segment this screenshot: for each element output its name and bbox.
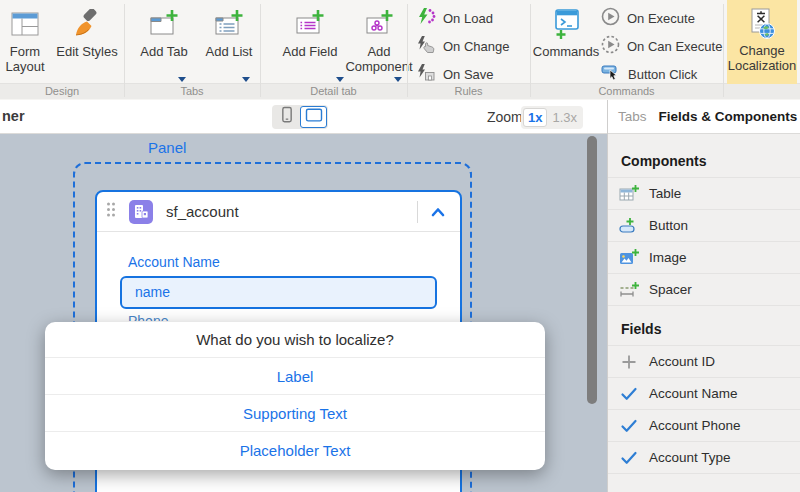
- sidebar-field-account-type[interactable]: Account Type: [608, 442, 800, 474]
- drag-handle-icon[interactable]: [105, 201, 117, 222]
- sidebar-field-account-phone[interactable]: Account Phone: [608, 410, 800, 442]
- add-field-button[interactable]: Add Field: [266, 3, 354, 83]
- button-click-icon: [601, 63, 621, 85]
- component-name: sf_account: [166, 203, 239, 220]
- designer-header-bar: ner Zoom 1x 1.3x: [0, 100, 607, 134]
- sidebar-item-spacer[interactable]: Spacer: [608, 274, 800, 306]
- next-field-label-clipped: Phone: [128, 313, 460, 321]
- designer-title-fragment: ner: [2, 108, 25, 124]
- tab-tabs[interactable]: Tabs: [618, 109, 647, 124]
- add-list-icon: [213, 6, 245, 42]
- zoom-label: Zoom: [487, 109, 523, 125]
- image-add-icon: [619, 248, 639, 268]
- sidebar-item-table[interactable]: Table: [608, 178, 800, 210]
- group-divider: [124, 4, 125, 97]
- on-load-icon: [416, 7, 436, 29]
- fields-section-header: Fields: [608, 306, 800, 346]
- tab-fields-and-components[interactable]: Fields & Components: [659, 109, 798, 124]
- group-divider: [530, 4, 531, 97]
- sidebar-field-account-name[interactable]: Account Name: [608, 378, 800, 410]
- tablet-view-button[interactable]: [300, 106, 327, 128]
- add-tab-label: Add Tab: [140, 44, 187, 59]
- check-icon: [619, 384, 639, 404]
- on-change-button[interactable]: On Change: [416, 34, 510, 58]
- sidebar-item-label: Table: [649, 186, 681, 201]
- commands-label: Commands: [533, 44, 599, 59]
- change-localization-icon: [747, 5, 777, 43]
- on-can-execute-icon: [601, 35, 620, 57]
- add-list-label: Add List: [206, 44, 253, 59]
- add-component-dropdown-arrow[interactable]: [394, 77, 402, 82]
- localize-option-placeholder-text[interactable]: Placeholder Text: [45, 432, 545, 469]
- edit-styles-button[interactable]: Edit Styles: [52, 3, 122, 83]
- phone-icon: [277, 105, 297, 129]
- add-list-dropdown-arrow[interactable]: [242, 77, 250, 82]
- sidebar-item-button[interactable]: Button: [608, 210, 800, 242]
- plus-icon: [619, 352, 639, 372]
- canvas-scrollbar-thumb[interactable]: [587, 136, 597, 404]
- add-component-label: Add Component: [345, 44, 412, 74]
- on-save-icon: [416, 63, 436, 85]
- on-can-execute-button[interactable]: On Can Execute: [601, 34, 722, 58]
- button-click-label: Button Click: [628, 67, 697, 82]
- on-load-button[interactable]: On Load: [416, 6, 493, 30]
- on-save-button[interactable]: On Save: [416, 62, 494, 86]
- sidebar-item-image[interactable]: Image: [608, 242, 800, 274]
- check-icon: [619, 448, 639, 468]
- add-component-icon: [363, 6, 395, 42]
- sidebar-field-label: Account Name: [649, 386, 738, 401]
- ribbon-toolbar: Form Layout Edit Styles Design Add Tab A…: [0, 0, 800, 99]
- button-click-button[interactable]: Button Click: [601, 62, 697, 86]
- header-divider: [417, 201, 418, 223]
- add-field-label: Add Field: [283, 44, 338, 59]
- commands-button[interactable]: Commands: [534, 3, 598, 83]
- right-sidebar: Tabs Fields & Components Components Tabl…: [607, 100, 800, 492]
- form-layout-label: Form Layout: [0, 44, 50, 74]
- change-localization-button[interactable]: Change Localization: [727, 0, 797, 84]
- localize-option-supporting-text[interactable]: Supporting Text: [45, 395, 545, 432]
- form-layout-button[interactable]: Form Layout: [0, 3, 50, 83]
- sidebar-field-account-id[interactable]: Account ID: [608, 346, 800, 378]
- change-localization-label: Change Localization: [727, 43, 797, 73]
- tablet-icon: [304, 106, 324, 128]
- on-can-execute-label: On Can Execute: [627, 39, 722, 54]
- sidebar-field-label: Account Type: [649, 450, 731, 465]
- table-add-icon: [619, 184, 639, 204]
- add-tab-button[interactable]: Add Tab: [132, 3, 196, 83]
- sidebar-field-label: Account ID: [649, 354, 715, 369]
- add-field-dropdown-arrow[interactable]: [336, 77, 344, 82]
- spacer-add-icon: [619, 280, 639, 300]
- commands-icon: [550, 6, 582, 42]
- rules-group-label: Rules: [407, 85, 530, 98]
- detail-tab-group-label: Detail tab: [260, 85, 407, 98]
- sidebar-field-partial-row[interactable]: [608, 474, 800, 488]
- commands-group-label: Commands: [530, 85, 723, 98]
- localize-option-label[interactable]: Label: [45, 358, 545, 395]
- on-change-icon: [416, 35, 436, 57]
- plus-icon: [619, 485, 639, 488]
- zoom-1x-button[interactable]: 1x: [523, 108, 547, 127]
- tabs-group-label: Tabs: [124, 85, 260, 98]
- add-component-button[interactable]: Add Component: [346, 3, 412, 83]
- localize-dialog: What do you wish to localize? Label Supp…: [45, 322, 545, 470]
- sidebar-item-label: Spacer: [649, 282, 692, 297]
- sidebar-item-label: Button: [649, 218, 688, 233]
- phone-view-button[interactable]: [273, 106, 300, 128]
- on-change-label: On Change: [443, 39, 510, 54]
- add-tab-icon: [148, 6, 180, 42]
- account-name-field-label[interactable]: Account Name: [128, 254, 460, 270]
- components-section-header: Components: [608, 134, 800, 178]
- add-list-button[interactable]: Add List: [200, 3, 258, 83]
- on-execute-label: On Execute: [627, 11, 695, 26]
- check-icon: [619, 416, 639, 436]
- group-divider: [407, 4, 408, 97]
- group-divider: [723, 4, 724, 97]
- add-tab-dropdown-arrow[interactable]: [178, 77, 186, 82]
- on-execute-button[interactable]: On Execute: [601, 6, 695, 30]
- zoom-1-3x-button[interactable]: 1.3x: [548, 108, 581, 127]
- form-designer-app: Form Layout Edit Styles Design Add Tab A…: [0, 0, 800, 492]
- entity-icon: [129, 200, 153, 224]
- collapse-chevron-button[interactable]: [424, 200, 452, 224]
- account-name-input[interactable]: name: [120, 276, 437, 309]
- form-layout-icon: [10, 6, 40, 42]
